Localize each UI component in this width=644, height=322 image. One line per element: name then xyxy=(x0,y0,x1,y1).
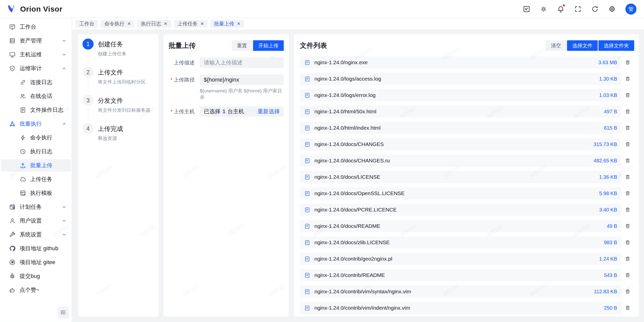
tab-工作台[interactable]: 工作台 xyxy=(75,20,98,28)
close-icon[interactable]: ✕ xyxy=(237,22,240,26)
select-folder-button[interactable]: 选择文件夹 xyxy=(598,40,634,51)
delete-file-button[interactable] xyxy=(621,109,634,114)
reset-button[interactable]: 重置 xyxy=(232,40,252,51)
file-row: nginx-1.24.0/contrib/vim/indent/nginx.vi… xyxy=(300,302,621,314)
sidebar-menu: 工作台资产管理主机运维运维审计连接日志在线会话文件操作日志批量执行命令执行执行日… xyxy=(0,18,72,296)
file-name: nginx-1.24.0/docs/OpenSSL.LICENSE xyxy=(314,190,599,196)
close-icon[interactable]: ✕ xyxy=(127,22,131,26)
sidebar-item-host-ops[interactable]: 主机运维 xyxy=(1,48,71,61)
sidebar-item-scheduled-task[interactable]: 计划任务 xyxy=(1,201,71,213)
sidebar-item-system-settings[interactable]: 系统设置 xyxy=(1,228,71,241)
sidebar-item-label: 批量执行 xyxy=(20,120,62,128)
tab-上传任务[interactable]: 上传任务✕ xyxy=(174,20,208,28)
template-icon xyxy=(20,190,26,196)
upload-form-panel: 批量上传 重置 开始上传 上传描述 xyxy=(164,34,289,316)
delete-file-button[interactable] xyxy=(621,60,634,65)
file-size: 983 B xyxy=(604,240,617,245)
delete-file-button[interactable] xyxy=(621,158,634,163)
header-actions: 管 xyxy=(523,4,636,15)
sidebar-item-execution-log[interactable]: 执行日志 xyxy=(1,145,71,158)
sidebar-collapse-button[interactable] xyxy=(57,307,69,318)
upload-path-input[interactable] xyxy=(200,75,284,85)
selected-hosts-box: 已选择1台主机 重新选择 xyxy=(200,106,284,117)
sidebar-item-label: 项目地址 github xyxy=(20,245,67,252)
user-avatar[interactable]: 管 xyxy=(625,4,636,15)
main-area: 工作台命令执行✕执行日志✕上传任务✕批量上传✕ 1创建任务创建上传任务2上传文件… xyxy=(72,18,644,322)
sidebar-item-batch-upload[interactable]: 批量上传 xyxy=(1,159,71,172)
tab-bar: 工作台命令执行✕执行日志✕上传任务✕批量上传✕ xyxy=(72,18,644,29)
trash-icon xyxy=(625,256,630,262)
delete-file-button[interactable] xyxy=(621,305,634,311)
close-icon[interactable]: ✕ xyxy=(200,22,204,26)
file-row: nginx-1.24.0/nginx.exe3.63 MB xyxy=(300,56,621,68)
tab-批量上传[interactable]: 批量上传✕ xyxy=(210,20,244,28)
sidebar-item-connection-log[interactable]: 连接日志 xyxy=(1,76,71,89)
refresh-button[interactable] xyxy=(591,5,599,13)
file-row: nginx-1.24.0/docs/LICENSE1.36 KB xyxy=(300,171,621,183)
step-number: 1 xyxy=(83,39,94,50)
brightness-icon xyxy=(540,5,547,13)
sidebar-item-ops-audit[interactable]: 运维审计 xyxy=(1,62,71,75)
delete-file-button[interactable] xyxy=(621,125,634,131)
sidebar-item-bug-report[interactable]: 提交bug xyxy=(1,270,71,282)
sidebar-item-execution-template[interactable]: 执行模板 xyxy=(1,187,71,199)
start-upload-button[interactable]: 开始上传 xyxy=(253,40,284,51)
sidebar-item-asset-management[interactable]: 资产管理 xyxy=(1,34,71,47)
sidebar-item-like-link[interactable]: 点个赞~ xyxy=(1,284,71,296)
settings-button[interactable] xyxy=(608,5,616,13)
file-size: 1.30 KB xyxy=(599,76,617,82)
sidebar-item-upload-task[interactable]: 上传任务 xyxy=(1,173,71,186)
sidebar-item-command-execution[interactable]: 命令执行 xyxy=(1,131,71,144)
step-3: 3分发文件将文件分发到目标服务器 xyxy=(83,95,154,123)
file-list-item: nginx-1.24.0/docs/zlib.LICENSE983 B xyxy=(300,236,634,248)
delete-file-button[interactable] xyxy=(621,191,634,196)
file-list-item: nginx-1.24.0/docs/LICENSE1.36 KB xyxy=(300,171,634,183)
code-square-button[interactable] xyxy=(523,5,530,13)
file-icon xyxy=(304,207,310,213)
delete-file-button[interactable] xyxy=(621,207,634,212)
sidebar-item-file-operation-log[interactable]: 文件操作日志 xyxy=(1,104,71,116)
reselect-hosts-button[interactable]: 重新选择 xyxy=(258,108,280,115)
sidebar-item-user-settings[interactable]: 用户设置 xyxy=(1,214,71,227)
delete-file-button[interactable] xyxy=(621,289,634,294)
close-icon[interactable]: ✕ xyxy=(164,22,167,26)
sidebar-item-batch-execution[interactable]: 批量执行 xyxy=(1,118,71,130)
sidebar-item-github-link[interactable]: 项目地址 github xyxy=(1,242,71,255)
step-title: 上传文件 xyxy=(98,68,146,77)
bell-button[interactable] xyxy=(557,5,565,13)
delete-file-button[interactable] xyxy=(621,174,634,180)
asset-icon xyxy=(9,38,16,44)
sidebar-item-workbench[interactable]: 工作台 xyxy=(1,21,71,33)
sidebar-item-gitee-link[interactable]: 项目地址 gitee xyxy=(1,256,71,269)
sidebar-item-online-session[interactable]: 在线会话 xyxy=(1,90,71,102)
select-file-button[interactable]: 选择文件 xyxy=(567,40,598,51)
link-icon xyxy=(20,79,26,86)
file-name: nginx-1.24.0/html/index.html xyxy=(314,125,604,131)
delete-file-button[interactable] xyxy=(621,272,634,278)
trash-icon xyxy=(625,109,630,114)
sidebar-item-label: 批量上传 xyxy=(30,162,67,169)
fullscreen-button[interactable] xyxy=(574,5,582,13)
sidebar-item-label: 执行日志 xyxy=(30,148,67,155)
required-mark: * xyxy=(171,77,173,83)
tab-label: 上传任务 xyxy=(178,20,198,27)
tab-命令执行[interactable]: 命令执行✕ xyxy=(101,20,135,28)
delete-file-button[interactable] xyxy=(621,256,634,262)
delete-file-button[interactable] xyxy=(621,141,634,147)
file-row: nginx-1.24.0/docs/README49 B xyxy=(300,220,621,232)
tab-执行日志[interactable]: 执行日志✕ xyxy=(137,20,171,28)
step-title: 创建任务 xyxy=(98,40,127,48)
delete-file-button[interactable] xyxy=(621,76,634,82)
sidebar-item-label: 系统设置 xyxy=(20,231,62,238)
calendar-icon xyxy=(9,204,16,210)
file-icon xyxy=(304,125,310,131)
step-1: 1创建任务创建上传任务 xyxy=(83,39,154,67)
brightness-button[interactable] xyxy=(540,5,547,13)
step-description: 释放资源 xyxy=(98,135,123,142)
clear-files-button[interactable]: 清空 xyxy=(546,40,566,51)
description-input[interactable] xyxy=(200,57,284,68)
delete-file-button[interactable] xyxy=(621,240,634,245)
delete-file-button[interactable] xyxy=(621,92,634,98)
delete-file-button[interactable] xyxy=(621,223,634,229)
file-size: 1.03 KB xyxy=(599,92,617,98)
